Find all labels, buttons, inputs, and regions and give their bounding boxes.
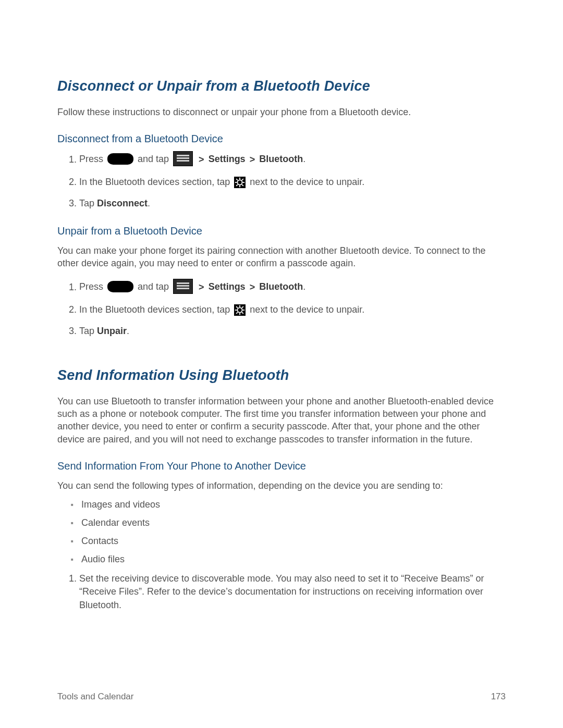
step-3: Tap Unpair. — [79, 325, 506, 338]
menu-icon — [173, 279, 193, 294]
page-footer: Tools and Calendar 173 — [57, 692, 506, 702]
list-item: Contacts — [81, 536, 506, 547]
heading-send-to-device: Send Information From Your Phone to Anot… — [57, 460, 506, 472]
step-text: next to the device to unpair. — [250, 177, 364, 187]
step-text: and tap — [138, 154, 172, 165]
step-1: Press and tap > Settings > Bluetooth. — [79, 152, 506, 167]
step-text: next to the device to unpair. — [250, 304, 364, 315]
home-button-icon — [107, 153, 133, 165]
bluetooth-label: Bluetooth — [259, 154, 303, 165]
intro-paragraph: Follow these instructions to disconnect … — [57, 106, 506, 118]
heading-unpair: Unpair from a Bluetooth Device — [57, 225, 506, 237]
unpair-label: Unpair — [97, 326, 127, 336]
gear-icon — [234, 177, 246, 188]
heading-send-info: Send Information Using Bluetooth — [57, 367, 506, 384]
disconnect-steps: Press and tap > Settings > Bluetooth. In… — [57, 152, 506, 210]
breadcrumb-separator: > — [199, 154, 207, 165]
footer-page-number: 173 — [491, 692, 506, 702]
unpair-intro: You can make your phone forget its pairi… — [57, 244, 506, 270]
settings-label: Settings — [209, 282, 246, 292]
menu-icon — [173, 151, 193, 166]
svg-point-11 — [238, 307, 242, 312]
step-3: Tap Disconnect. — [79, 197, 506, 210]
list-item: Audio files — [81, 554, 506, 565]
list-item: Images and videos — [81, 499, 506, 510]
footer-section-title: Tools and Calendar — [57, 692, 133, 702]
bluetooth-label: Bluetooth — [259, 282, 303, 292]
step-text: . — [148, 198, 150, 208]
breadcrumb-separator: > — [199, 282, 207, 292]
step-text: . — [303, 282, 305, 292]
info-types-list: Images and videos Calendar events Contac… — [57, 499, 506, 565]
step-text: Press — [79, 154, 106, 165]
step-text: In the Bluetooth devices section, tap — [79, 177, 232, 187]
step-text: In the Bluetooth devices section, tap — [79, 304, 232, 315]
step-text: . — [303, 154, 305, 165]
step-text: and tap — [138, 282, 172, 292]
step-text: Tap — [79, 326, 97, 336]
heading-disconnect: Disconnect from a Bluetooth Device — [57, 133, 506, 145]
send-info-intro: You can use Bluetooth to transfer inform… — [57, 395, 506, 446]
step-text: . — [127, 326, 129, 336]
step-1: Press and tap > Settings > Bluetooth. — [79, 280, 506, 295]
breadcrumb-separator: > — [250, 154, 258, 165]
home-button-icon — [107, 281, 133, 292]
step-text: Tap — [79, 198, 97, 208]
gear-icon — [234, 304, 246, 316]
step-2: In the Bluetooth devices section, tap ne… — [79, 303, 506, 316]
svg-point-1 — [238, 180, 242, 184]
unpair-steps: Press and tap > Settings > Bluetooth. In… — [57, 280, 506, 338]
settings-label: Settings — [209, 154, 246, 165]
send-types-intro: You can send the following types of info… — [57, 479, 506, 492]
list-item: Calendar events — [81, 517, 506, 528]
step-text: Press — [79, 282, 106, 292]
document-page: Disconnect or Unpair from a Bluetooth De… — [0, 0, 563, 728]
send-steps: Set the receiving device to discoverable… — [57, 572, 506, 612]
breadcrumb-separator: > — [250, 282, 258, 292]
step-2: In the Bluetooth devices section, tap ne… — [79, 176, 506, 189]
step-1: Set the receiving device to discoverable… — [79, 572, 506, 612]
heading-disconnect-unpair: Disconnect or Unpair from a Bluetooth De… — [57, 78, 506, 94]
disconnect-label: Disconnect — [97, 198, 148, 208]
